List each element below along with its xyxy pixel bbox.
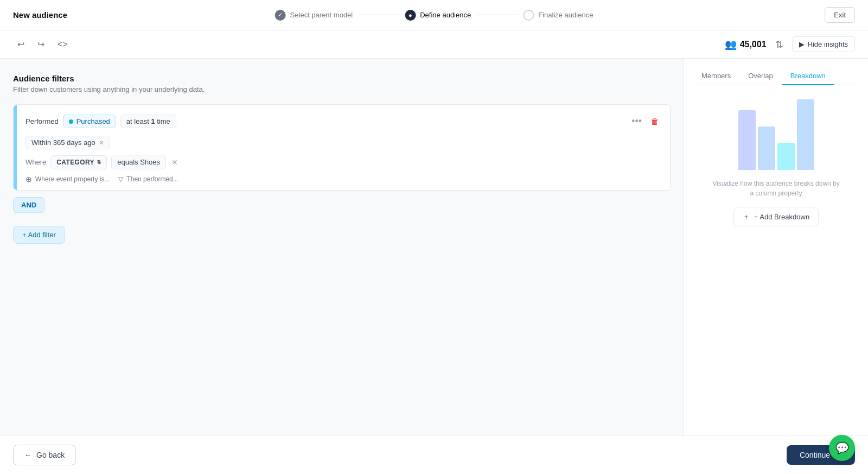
tab-overlap[interactable]: Overlap [739, 67, 782, 85]
exit-button[interactable]: Exit [825, 7, 855, 23]
at-least-label: at least [126, 117, 149, 125]
add-breakdown-icon: ＋ [743, 212, 750, 222]
arrow-left-icon: ← [24, 451, 32, 459]
filter-card-footer: ⊕ Where event property is... ▽ Then perf… [25, 175, 661, 184]
category-chevron-icon: ⇅ [97, 159, 101, 165]
within-close-icon[interactable]: ✕ [99, 139, 104, 147]
equals-badge-button[interactable]: equals Shoes [111, 155, 166, 169]
add-filter-label: + Add filter [22, 231, 56, 239]
breakdown-info: Visualize how this audience breaks down … [693, 179, 859, 198]
within-badge-button[interactable]: Within 365 days ago ✕ [25, 136, 110, 149]
add-filter-button[interactable]: + Add filter [13, 226, 65, 244]
add-where-icon: ⊕ [25, 175, 32, 184]
where-row: Where CATEGORY ⇅ equals Shoes ✕ [25, 155, 661, 169]
top-nav: New audience ✓ Select parent model ● Def… [0, 0, 868, 30]
bar-2 [758, 127, 775, 170]
code-button[interactable]: <> [53, 37, 72, 52]
bar-3 [777, 143, 795, 170]
event-name-label: Purchased [76, 117, 110, 125]
filter-icon: ▽ [118, 175, 123, 183]
add-breakdown-label: + Add Breakdown [754, 213, 809, 221]
chevron-right-icon: ▶ [799, 40, 805, 48]
delete-filter-button[interactable]: 🗑 [648, 115, 661, 129]
category-value-label: CATEGORY [56, 159, 94, 166]
tab-breakdown[interactable]: Breakdown [782, 67, 834, 85]
filter-main-row: Performed Purchased at least 1 time ••• … [25, 113, 661, 129]
continue-label: Continue [800, 451, 830, 459]
chat-bubble-button[interactable]: 💬 [829, 435, 855, 461]
then-label: Then performed... [126, 175, 178, 183]
where-label: Where [25, 158, 46, 166]
hide-insights-label: Hide insights [808, 40, 848, 48]
breakdown-chart [693, 94, 859, 170]
app-title: New audience [13, 10, 67, 20]
add-where-label: Where event property is... [35, 175, 110, 183]
bar-1 [738, 110, 756, 170]
toolbar: ↩ ↪ <> 👥 45,001 ⇅ ▶ Hide insights [0, 30, 868, 59]
value-label: Shoes [140, 158, 160, 166]
filter-card-body: Performed Purchased at least 1 time ••• … [17, 105, 670, 190]
step-label-2: Define audience [420, 11, 471, 19]
right-panel: Members Overlap Breakdown Visualize how … [684, 59, 868, 435]
undo-button[interactable]: ↩ [13, 37, 29, 52]
step-icon-3 [523, 10, 534, 21]
performed-label: Performed [25, 117, 59, 125]
go-back-label: Go back [36, 451, 65, 459]
stepper: ✓ Select parent model ● Define audience … [275, 10, 593, 21]
redo-button[interactable]: ↪ [33, 37, 49, 52]
step-line-2 [475, 15, 519, 15]
then-performed-button[interactable]: ▽ Then performed... [118, 175, 178, 183]
value-clear-icon[interactable]: ✕ [171, 158, 178, 167]
filter-card: Performed Purchased at least 1 time ••• … [13, 104, 671, 191]
category-select-button[interactable]: CATEGORY ⇅ [50, 155, 107, 169]
add-where-button[interactable]: ⊕ Where event property is... [25, 175, 110, 184]
step-label-1: Select parent model [290, 11, 353, 19]
adjust-button[interactable]: ⇅ [773, 36, 786, 53]
add-breakdown-button[interactable]: ＋ + Add Breakdown [733, 207, 819, 226]
member-count-value: 45,001 [740, 40, 767, 49]
chat-icon: 💬 [835, 441, 849, 454]
toolbar-right: 👥 45,001 ⇅ ▶ Hide insights [725, 36, 855, 53]
main-content: Audience filters Filter down customers u… [0, 59, 868, 435]
hide-insights-button[interactable]: ▶ Hide insights [792, 36, 855, 52]
within-row: Within 365 days ago ✕ [25, 136, 661, 149]
step-icon-1: ✓ [275, 10, 286, 21]
event-dot [69, 119, 73, 124]
within-label: Within 365 days ago [31, 138, 95, 147]
time-value: 1 [151, 117, 155, 125]
time-badge-button[interactable]: at least 1 time [120, 115, 176, 128]
step-line-1 [357, 15, 400, 15]
time-unit-label: time [157, 117, 170, 125]
bottom-bar: ← Go back Continue → [0, 435, 868, 474]
step-finalize-audience: Finalize audience [523, 10, 593, 21]
step-label-3: Finalize audience [538, 11, 593, 19]
tab-members[interactable]: Members [693, 67, 739, 85]
left-panel: Audience filters Filter down customers u… [0, 59, 684, 435]
equals-label: equals [117, 158, 138, 166]
go-back-button[interactable]: ← Go back [13, 445, 76, 465]
step-define-audience: ● Define audience [405, 10, 471, 21]
more-options-button[interactable]: ••• [629, 113, 644, 129]
toolbar-left: ↩ ↪ <> [13, 37, 72, 52]
and-button[interactable]: AND [13, 197, 44, 213]
breakdown-info-text: Visualize how this audience breaks down … [712, 180, 840, 197]
section-subtitle: Filter down customers using anything in … [13, 85, 671, 93]
step-select-parent: ✓ Select parent model [275, 10, 353, 21]
event-badge-button[interactable]: Purchased [63, 115, 116, 128]
member-count: 👥 45,001 [725, 39, 767, 50]
section-title: Audience filters [13, 74, 671, 83]
insight-tabs: Members Overlap Breakdown [693, 67, 859, 85]
bar-4 [797, 99, 814, 170]
step-icon-2: ● [405, 10, 416, 21]
members-icon: 👥 [725, 39, 737, 50]
